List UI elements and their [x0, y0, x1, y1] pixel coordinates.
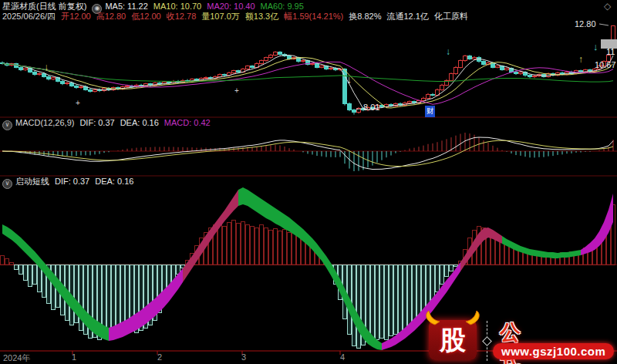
- quote-field: 流通12.1亿: [386, 12, 428, 21]
- stock-title: 星源材质(日线 前复权): [2, 2, 86, 11]
- watermark-stock-char: 股: [429, 320, 477, 360]
- osc-value: DEA: 0.16: [95, 177, 133, 186]
- ma-legend: MA5: 11.22MA10: 10.70MA20: 10.40MA60: 9.…: [105, 2, 308, 11]
- macd-value: DIF: 0.37: [79, 118, 114, 127]
- event-plus-marker: +: [234, 86, 239, 95]
- price-label-10.67: 10.67: [595, 60, 616, 69]
- price-label-11: 11: [606, 47, 615, 56]
- quote-field: 收12.78: [167, 12, 197, 21]
- axis-tick-label: 2: [157, 352, 162, 362]
- event-plus-marker: +: [76, 99, 80, 107]
- ma-label: MA60: 9.95: [261, 2, 304, 11]
- diamond-icon[interactable]: ◇: [604, 1, 611, 12]
- osc-value: DIF: 0.37: [55, 177, 89, 186]
- watermark-url[interactable]: www.gszj100.com: [493, 343, 614, 359]
- watermark-bull-logo: 股: [429, 320, 477, 360]
- macd-value: DEA: 0.16: [120, 118, 159, 127]
- macd-panel-header: ∨MACD(12,26,9)DIF: 0.37DEA: 0.16MACD: 0.…: [2, 118, 216, 130]
- macd-value: MACD: 0.42: [164, 118, 211, 127]
- quote-field: 幅1.59(14.21%): [284, 12, 343, 21]
- osc-value: 启动短线: [15, 177, 49, 186]
- quote-field: 低12.00: [131, 12, 161, 21]
- signal-arrow-down-icon: ↓: [446, 46, 450, 57]
- collapse-osc-icon[interactable]: ∨: [2, 179, 12, 189]
- signal-arrow-up-icon: ↑: [578, 54, 583, 65]
- collapse-macd-icon[interactable]: ∨: [2, 120, 12, 130]
- quote-field: 开12.00: [61, 12, 91, 21]
- quote-field: 化工原料: [434, 12, 468, 21]
- price-label-8.01: ←8.01: [355, 103, 379, 112]
- annotation-arrow-down-icon: ↓: [346, 73, 352, 86]
- osc-panel-header: ∨启动短线DIF: 0.37DEA: 0.16: [2, 177, 139, 189]
- quote-field: 2025/06/26/四: [2, 12, 56, 21]
- axis-tick-label: 1: [72, 352, 76, 362]
- axis-tick-label: 3: [241, 352, 246, 362]
- ma-label: MA20: 10.40: [207, 2, 255, 11]
- price-label-12.80: 12.80: [575, 19, 596, 29]
- axis-tick-label: 4: [340, 352, 345, 362]
- quote-field: 高12.80: [96, 12, 126, 21]
- ma-label: MA5: 11.22: [105, 2, 147, 11]
- quote-field: 换8.82%: [349, 12, 381, 21]
- signal-arrow-down-icon: ↓: [44, 62, 49, 72]
- news-badge-cai: 财: [425, 106, 435, 117]
- bull-horns-icon: [424, 310, 483, 325]
- quote-field: 量107.0万: [201, 12, 240, 21]
- ma-label: MA10: 10.70: [153, 2, 201, 11]
- macd-value: MACD(12,26,9): [15, 118, 74, 127]
- quote-info-line: 2025/06/26/四开12.00高12.80低12.00收12.78量107…: [2, 12, 474, 22]
- axis-tick-label: 2024年: [3, 352, 30, 364]
- signal-arrow-down-icon: ↓: [593, 41, 598, 52]
- quote-field: 额13.3亿: [245, 12, 278, 21]
- stock-chart-window: 星源材质(日线 前复权)◉MA5: 11.22MA10: 10.70MA20: …: [0, 0, 617, 364]
